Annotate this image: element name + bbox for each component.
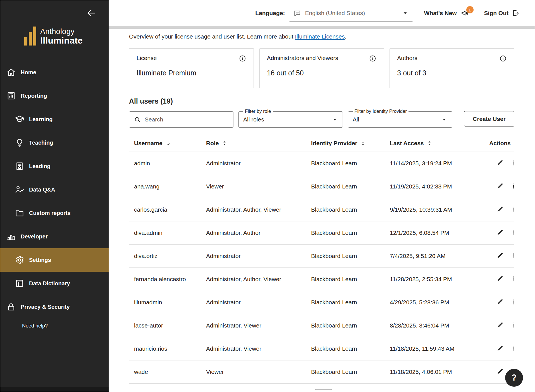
- need-help-link[interactable]: Need help?: [22, 323, 109, 329]
- delete-user-icon: [511, 159, 514, 166]
- cell-last-access: 11/18/2025, 11:59:43 AM: [388, 337, 487, 360]
- cell-last-access: 11/14/2025, 3:19:24 PM: [388, 152, 487, 175]
- settings-gear-icon: [15, 255, 24, 265]
- cell-role: Viewer: [204, 360, 309, 384]
- anthology-logo-icon: [24, 27, 36, 46]
- search-input[interactable]: [145, 116, 229, 123]
- illuminate-licenses-link[interactable]: Illuminate Licenses: [295, 33, 345, 40]
- card-title: Administrators and Viewers: [267, 55, 338, 61]
- cell-identity-provider: Blackboard Learn: [309, 221, 388, 245]
- edit-user-icon[interactable]: [496, 275, 504, 282]
- lock-icon: [6, 302, 16, 312]
- sidebar-item-learning[interactable]: Learning: [0, 107, 109, 131]
- user-row-lacse-autor: lacse-autorAdministrator, ViewerBlackboa…: [129, 314, 514, 337]
- edit-user-icon[interactable]: [496, 159, 504, 166]
- sidebar-item-label: Privacy & Security: [21, 304, 70, 310]
- cell-username: mauricio.rios: [129, 337, 204, 360]
- cell-last-access: 11/28/2025, 2:55:34 PM: [388, 268, 487, 291]
- sidebar-item-label: Data Dictionary: [29, 280, 70, 287]
- delete-user-icon: [511, 252, 514, 259]
- sidebar-item-reporting[interactable]: Reporting: [0, 84, 109, 107]
- cell-last-access: 9/19/2025, 10:39:31 AM: [388, 198, 487, 221]
- help-button[interactable]: ?: [505, 369, 523, 387]
- user-row-mauricio.rios: mauricio.riosAdministrator, ViewerBlackb…: [129, 337, 514, 360]
- caret-down-icon: [402, 10, 409, 16]
- edit-user-icon[interactable]: [496, 205, 504, 213]
- delete-user-icon: [511, 321, 514, 329]
- sidebar-item-label: Leading: [29, 163, 51, 169]
- developer-icon: [6, 232, 16, 241]
- edit-user-icon[interactable]: [496, 367, 504, 375]
- cell-identity-provider: Blackboard Learn: [309, 337, 388, 360]
- sidebar-item-settings[interactable]: Settings: [0, 248, 109, 272]
- brand-line2: Illuminate: [40, 36, 83, 46]
- col-role[interactable]: Role: [204, 135, 309, 152]
- search-box: [129, 111, 233, 128]
- user-row-admin: adminAdministratorBlackboard Learn11/14/…: [129, 152, 514, 175]
- edit-user-icon[interactable]: [496, 228, 504, 236]
- info-icon[interactable]: [369, 55, 376, 62]
- notification-badge: 1: [466, 6, 474, 13]
- col-username[interactable]: Username: [129, 135, 204, 152]
- user-row-diva.admin: diva.adminAdministrator, AuthorBlackboar…: [129, 221, 514, 245]
- cell-username: admin: [129, 152, 204, 175]
- cell-role: Administrator, Viewer: [204, 314, 309, 337]
- cell-identity-provider: Blackboard Learn: [309, 360, 388, 384]
- user-row-illumadmin: illumadminAdministratorBlackboard Learn4…: [129, 291, 514, 314]
- cell-last-access: 7/4/2025, 9:51:20 AM: [388, 245, 487, 268]
- sidebar-item-data-dictionary[interactable]: Data Dictionary: [0, 272, 109, 295]
- main-area: Language: English (United States) What's…: [109, 0, 535, 392]
- cell-identity-provider: Blackboard Learn: [309, 291, 388, 314]
- edit-user-icon[interactable]: [496, 344, 504, 352]
- col-last-access[interactable]: Last Access: [388, 135, 487, 152]
- sort-icon: [222, 140, 227, 146]
- sign-out-button[interactable]: Sign Out: [484, 9, 520, 17]
- cell-username: diva.ortiz: [129, 245, 204, 268]
- edit-user-icon[interactable]: [496, 182, 504, 190]
- sidebar-item-developer[interactable]: Developer: [0, 225, 109, 248]
- cell-actions: [487, 221, 514, 245]
- sidebar-item-home[interactable]: Home: [0, 61, 109, 84]
- cell-last-access: 12/1/2025, 6:08:54 PM: [388, 221, 487, 245]
- brand-line1: Anthology: [40, 28, 83, 36]
- sidebar-item-data-qa[interactable]: Data Q&A: [0, 178, 109, 201]
- col-identity-provider[interactable]: Identity Provider: [309, 135, 388, 152]
- whats-new-button[interactable]: What's New 1: [424, 9, 473, 18]
- caret-down-icon: [441, 116, 448, 123]
- data-qa-icon: [15, 185, 24, 194]
- cell-role: Administrator: [204, 245, 309, 268]
- page-number-select[interactable]: 1: [315, 389, 332, 392]
- sidebar-item-label: Data Q&A: [29, 187, 55, 193]
- delete-user-icon[interactable]: [511, 182, 514, 190]
- edit-user-icon[interactable]: [496, 298, 504, 305]
- language-select[interactable]: English (United States): [289, 5, 413, 21]
- sidebar-item-privacy-security[interactable]: Privacy & Security: [0, 295, 109, 319]
- cell-role: Administrator, Author: [204, 221, 309, 245]
- user-row-ana.wang: ana.wangViewerBlackboard Learn11/19/2025…: [129, 175, 514, 198]
- edit-user-icon[interactable]: [496, 321, 504, 329]
- language-group: Language: English (United States): [255, 5, 413, 21]
- filter-role-select[interactable]: Filter by role All roles: [238, 109, 343, 128]
- reporting-icon: [6, 91, 16, 101]
- edit-user-icon[interactable]: [496, 252, 504, 259]
- sidebar-collapse-button[interactable]: [86, 8, 96, 18]
- sidebar-item-leading[interactable]: Leading: [0, 154, 109, 178]
- learning-icon: [15, 114, 24, 124]
- info-icon[interactable]: [499, 55, 507, 62]
- cell-identity-provider: Blackboard Learn: [309, 314, 388, 337]
- cell-username: fernanda.alencastro: [129, 268, 204, 291]
- user-row-wade: wadeViewerBlackboard Learn11/18/2025, 4:…: [129, 360, 514, 384]
- sidebar-item-label: Learning: [29, 116, 52, 123]
- info-icon[interactable]: [239, 55, 246, 62]
- filter-idp-select[interactable]: Filter by Identity Provider All: [348, 109, 452, 128]
- sidebar-item-custom-reports[interactable]: Custom reports: [0, 201, 109, 225]
- search-icon: [134, 116, 141, 123]
- card-value: 3 out of 3: [397, 69, 507, 77]
- create-user-button[interactable]: Create User: [464, 111, 514, 126]
- scroll-divider: [109, 26, 535, 29]
- card-admins-viewers: Administrators and Viewers16 out of 50: [259, 48, 384, 88]
- delete-user-icon: [511, 298, 514, 305]
- card-value: 16 out of 50: [267, 69, 377, 77]
- sidebar-item-teaching[interactable]: Teaching: [0, 131, 109, 154]
- sidebar-item-label: Developer: [21, 233, 48, 240]
